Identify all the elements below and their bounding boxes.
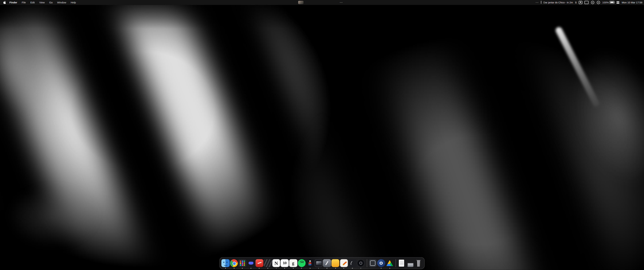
dock-gray[interactable] <box>323 259 331 267</box>
discord-icon <box>247 259 255 267</box>
dock-drive[interactable] <box>386 259 394 267</box>
running-indicator <box>335 268 336 268</box>
dock-pencil[interactable] <box>340 259 348 267</box>
dock-minwindow[interactable] <box>406 259 414 267</box>
onepassword-icon <box>377 259 385 267</box>
dock-frame[interactable] <box>368 259 377 267</box>
chrome-browser-icon <box>230 259 238 267</box>
running-indicator <box>381 268 382 268</box>
menu-go[interactable]: Go <box>47 1 55 4</box>
dock-tv[interactable] <box>314 259 323 267</box>
dock-separator <box>396 259 396 267</box>
granola-glyph: g <box>292 261 294 265</box>
desktop: FinderFileEditViewGoWindowHelp ⋯ ⋯ Dar j… <box>0 0 644 270</box>
status-ellipsis-icon[interactable]: ⋯ <box>536 1 538 4</box>
dock-discord[interactable] <box>247 259 255 267</box>
menubar-widget-icon[interactable] <box>298 1 304 4</box>
menu-file[interactable]: File <box>20 1 28 4</box>
document-file-icon <box>398 259 406 267</box>
figure-app-icon <box>306 259 314 267</box>
running-indicator <box>293 268 294 268</box>
striped-dark-app-icon <box>264 259 272 267</box>
screen-app-icon <box>314 259 322 267</box>
battery-indicator[interactable]: 100% <box>602 1 614 4</box>
running-indicator <box>276 268 276 268</box>
dock-trash[interactable] <box>414 259 422 267</box>
dollar-menu-icon[interactable]: $ <box>575 1 576 4</box>
finder-icon <box>222 259 230 267</box>
dock-figure[interactable] <box>306 259 314 267</box>
spotify-icon <box>298 259 306 267</box>
dock-separator <box>366 259 367 267</box>
ring-app-icon <box>357 259 365 267</box>
minimized-window-icon <box>406 259 414 267</box>
running-indicator <box>310 268 310 268</box>
trash-bin-icon <box>414 259 422 267</box>
battery-percent: 100% <box>602 1 609 4</box>
dock-notion[interactable]: N <box>272 259 280 267</box>
battery-icon <box>610 1 614 4</box>
g-notes-app-icon: g <box>289 259 297 267</box>
google-drive-icon <box>386 259 394 267</box>
running-indicator <box>352 268 353 268</box>
gray-app-icon <box>323 259 331 267</box>
wallpaper-blob-bottom-left <box>8 185 98 247</box>
menu-window[interactable]: Window <box>55 1 68 4</box>
dock-notioncal[interactable]: 10 <box>280 259 289 267</box>
control-center-icon[interactable] <box>617 1 620 4</box>
yellow-app-icon <box>332 259 340 267</box>
dock-darkapp[interactable] <box>348 259 356 267</box>
frame-app-icon <box>369 259 377 267</box>
running-indicator <box>284 268 285 268</box>
dock-onepassword[interactable] <box>377 259 386 267</box>
calendar-day-icon: 10 <box>281 259 289 267</box>
notion-glyph: N <box>274 261 278 266</box>
record-icon[interactable] <box>591 1 594 4</box>
running-indicator <box>327 268 327 268</box>
menubar-overflow-icon[interactable]: ⋯ <box>340 0 343 5</box>
menu-help[interactable]: Help <box>68 1 78 4</box>
dock-colorful[interactable] <box>238 259 246 267</box>
menu-view[interactable]: View <box>37 1 47 4</box>
dock-red[interactable] <box>255 259 264 267</box>
app-menus: FinderFileEditViewGoWindowHelp <box>7 0 78 5</box>
globe-icon[interactable] <box>596 1 600 4</box>
running-indicator <box>225 268 226 268</box>
menu-finder[interactable]: Finder <box>7 1 20 4</box>
dock-layers[interactable] <box>264 259 272 267</box>
dock-yellow[interactable] <box>332 259 340 267</box>
dock-finder[interactable] <box>221 259 230 267</box>
app-square-icon[interactable] <box>579 1 582 4</box>
colorful-grid-app-icon <box>238 259 246 267</box>
running-indicator <box>259 268 260 268</box>
menubar-clock[interactable]: Mon 10 Mar 17:58 <box>622 1 642 4</box>
dock-document[interactable] <box>398 259 406 267</box>
notion-icon: N <box>272 259 280 267</box>
running-indicator <box>242 268 243 268</box>
dock-granola[interactable]: g <box>289 259 297 267</box>
running-indicator <box>267 268 268 268</box>
dark-arc-app-icon <box>348 259 356 267</box>
running-indicator <box>234 268 234 268</box>
menu-bar-status: ⋯ Dar jantar do Chico - in 2m $ 100% Mon… <box>536 0 642 5</box>
menu-bar: FinderFileEditViewGoWindowHelp ⋯ ⋯ Dar j… <box>0 0 644 5</box>
running-indicator <box>318 268 319 268</box>
pencil-app-icon <box>340 259 348 267</box>
menu-bar-left: FinderFileEditViewGoWindowHelp <box>0 0 78 5</box>
status-separator <box>541 1 541 4</box>
menu-edit[interactable]: Edit <box>28 1 37 4</box>
calendar-event-item[interactable]: Dar jantar do Chico - in 2m <box>544 1 573 4</box>
red-app-icon <box>255 259 263 267</box>
running-indicator <box>301 268 302 268</box>
display-icon[interactable] <box>584 1 588 4</box>
dock-ring[interactable] <box>357 259 365 267</box>
apple-menu-icon[interactable] <box>3 1 6 4</box>
running-indicator <box>360 268 361 268</box>
notioncal-glyph: 10 <box>283 261 286 265</box>
desktop-wallpaper <box>0 0 644 270</box>
running-indicator <box>344 268 344 268</box>
dock-spotify[interactable] <box>298 259 306 267</box>
dock-chrome[interactable] <box>230 259 238 267</box>
dock: N10g <box>219 257 425 269</box>
running-indicator <box>389 268 390 268</box>
